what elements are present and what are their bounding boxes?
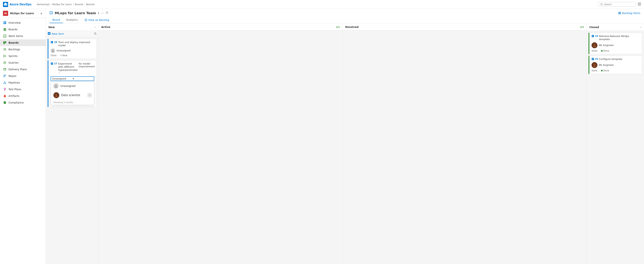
column-active-header: Active 0/5 bbox=[99, 23, 342, 31]
sidebar-item-test-plans[interactable]: Test Plans bbox=[0, 86, 46, 93]
card-24-id: 24 bbox=[595, 35, 598, 37]
sprints-icon bbox=[3, 54, 7, 58]
search-box[interactable] bbox=[598, 2, 636, 7]
card-26-id: 26 bbox=[54, 41, 57, 44]
bc-3[interactable]: Boards bbox=[75, 3, 83, 6]
tab-analytics[interactable]: Analytics bbox=[63, 17, 81, 23]
column-resolved: Resolved 0/5 bbox=[343, 23, 587, 264]
delivery-plans-icon bbox=[3, 68, 7, 71]
sidebar-item-queries[interactable]: Queries bbox=[0, 59, 46, 66]
tab-board[interactable]: Board bbox=[50, 17, 63, 23]
sidebar-item-backlogs[interactable]: Backlogs bbox=[0, 46, 46, 53]
dropdown-option-data-scientist[interactable]: Data scientist bbox=[51, 90, 94, 100]
card-24-state-text: Done bbox=[603, 50, 609, 52]
svg-rect-10 bbox=[4, 29, 6, 30]
sidebar-item-compliance[interactable]: Compliance bbox=[0, 99, 46, 106]
pipelines-icon bbox=[3, 81, 7, 85]
assignee-dropdown-container: Unassigned ▾ Unassigned bbox=[50, 76, 94, 105]
svg-line-36 bbox=[4, 83, 5, 83]
layout: M MLOps for Learn + Overview Boards bbox=[0, 9, 644, 264]
column-new-collapse-button[interactable]: ‹ bbox=[94, 26, 96, 29]
sidebar-item-artifacts[interactable]: Artifacts bbox=[0, 93, 46, 99]
boards-group-icon bbox=[3, 28, 7, 31]
hamburger-icon[interactable] bbox=[638, 3, 641, 6]
card-26: 26 Train and deploy improved model Unass… bbox=[48, 39, 96, 59]
card-26-avatar bbox=[50, 49, 55, 53]
card-25-id: 25 bbox=[595, 58, 598, 60]
column-closed-title: Closed bbox=[589, 26, 639, 29]
view-as-backlog-label: View as Backlog bbox=[88, 19, 109, 22]
azure-devops-logo-icon bbox=[3, 2, 8, 7]
sidebar-item-overview[interactable]: Overview bbox=[0, 20, 46, 26]
bc-1[interactable]: demosmjd bbox=[37, 3, 49, 6]
bc-2[interactable]: MLOps for Learn bbox=[52, 3, 72, 6]
new-item-button[interactable]: New item bbox=[52, 32, 93, 35]
svg-point-79 bbox=[594, 64, 595, 65]
card-26-state-row: State New bbox=[50, 54, 94, 57]
sidebar-item-boards[interactable]: Boards bbox=[0, 39, 46, 46]
svg-point-65 bbox=[56, 94, 57, 96]
svg-rect-11 bbox=[4, 30, 6, 31]
svg-point-26 bbox=[4, 75, 4, 76]
boards-icon bbox=[3, 41, 7, 45]
new-item-plus-icon bbox=[48, 32, 50, 36]
favorite-star-icon[interactable]: ☆ bbox=[101, 11, 104, 15]
card-25-title-row: 25 Configure template bbox=[592, 58, 640, 61]
column-new-header: New ‹ bbox=[46, 23, 98, 31]
svg-rect-47 bbox=[620, 12, 621, 13]
dropdown-option-unassigned[interactable]: Unassigned bbox=[51, 82, 94, 90]
assignee-dropdown-popup: Unassigned Data scientist bbox=[50, 81, 94, 105]
sidebar-item-repos[interactable]: Repos bbox=[0, 73, 46, 79]
topbar: Azure DevOps demosmjd / MLOps for Learn … bbox=[0, 0, 644, 9]
sidebar-overview-label: Overview bbox=[8, 21, 21, 24]
sidebar-item-sprints[interactable]: Sprints bbox=[0, 53, 46, 59]
column-closed-collapse-button[interactable]: ‹ bbox=[640, 26, 642, 29]
bc-4[interactable]: Boards bbox=[86, 3, 94, 6]
add-project-button[interactable]: + bbox=[40, 12, 43, 15]
card-25-avatar bbox=[592, 62, 598, 68]
svg-rect-4 bbox=[638, 5, 641, 5]
team-settings-icon[interactable] bbox=[106, 11, 108, 15]
card-26-state-val: New bbox=[60, 54, 67, 57]
svg-point-67 bbox=[89, 95, 90, 95]
column-closed-header: Closed ‹ bbox=[587, 23, 644, 31]
bc-sep-1: / bbox=[50, 3, 51, 6]
team-board-icon bbox=[50, 11, 53, 15]
svg-rect-7 bbox=[4, 23, 4, 24]
logo[interactable]: Azure DevOps bbox=[3, 2, 32, 7]
card-24-state-dot bbox=[601, 50, 602, 52]
tab-separator bbox=[82, 18, 82, 22]
sidebar-boards-group-label: Boards bbox=[8, 28, 17, 31]
sidebar-item-pipelines[interactable]: Pipelines bbox=[0, 79, 46, 86]
card-25-avatar-row: ML Engineer bbox=[592, 62, 640, 68]
view-as-backlog-button[interactable]: View as Backlog bbox=[82, 17, 112, 23]
card-24-avatar bbox=[592, 42, 598, 48]
main-header: MLops for Learn Team ▾ ☆ Backlog items B… bbox=[46, 9, 644, 23]
assignee-dropdown-input[interactable]: Unassigned ▾ bbox=[50, 76, 94, 81]
svg-marker-39 bbox=[4, 95, 6, 96]
sidebar-repos-label: Repos bbox=[8, 75, 16, 78]
sidebar-item-delivery-plans[interactable]: Delivery Plans bbox=[0, 66, 46, 73]
card-26-state-dot bbox=[60, 55, 62, 56]
backlog-items-label: Backlog items bbox=[622, 12, 640, 15]
contact-card-icon bbox=[88, 93, 92, 97]
card-25-state-dot bbox=[601, 70, 602, 71]
sidebar-test-plans-label: Test Plans bbox=[8, 88, 21, 91]
team-chevron-icon[interactable]: ▾ bbox=[98, 12, 99, 15]
sidebar-item-boards-group[interactable]: Boards bbox=[0, 26, 46, 33]
board-area: New ‹ New item bbox=[46, 23, 644, 264]
org-avatar: M bbox=[3, 11, 8, 16]
column-closed-body: 24 Retrieve Relevant MLOps template ML E… bbox=[587, 31, 644, 264]
new-item-search-icon[interactable] bbox=[94, 32, 96, 36]
card-25-state-label: State bbox=[592, 69, 598, 72]
card-24-title-row: 24 Retrieve Relevant MLOps template bbox=[592, 35, 640, 41]
backlog-items-button[interactable]: Backlog items bbox=[618, 12, 640, 15]
sidebar-compliance-label: Compliance bbox=[8, 101, 24, 104]
card-26-avatar-row: Unassigned bbox=[50, 49, 94, 53]
sidebar-item-work-items[interactable]: Work items bbox=[0, 33, 46, 39]
sidebar-queries-label: Queries bbox=[8, 61, 18, 64]
svg-rect-40 bbox=[50, 12, 53, 14]
svg-rect-46 bbox=[618, 13, 620, 14]
card-26-title-row: 26 Train and deploy improved model bbox=[50, 41, 94, 47]
search-input[interactable] bbox=[604, 3, 634, 6]
